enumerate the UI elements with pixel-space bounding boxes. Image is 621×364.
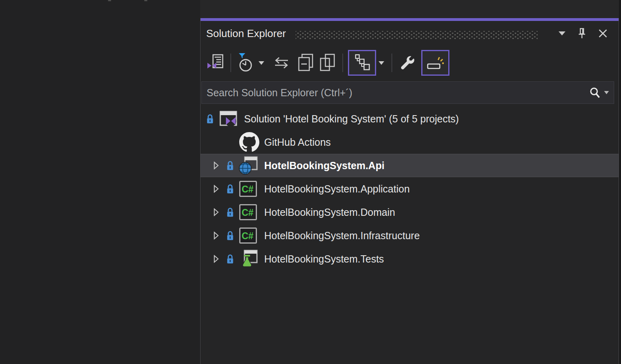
svg-text:C#: C#	[242, 231, 254, 241]
file-nesting-chevron-icon	[379, 61, 384, 65]
panel-title: Solution Explorer	[206, 27, 286, 40]
panel-top-gap	[200, 0, 619, 18]
node-icon: C#	[238, 180, 258, 197]
tree-row[interactable]: C# HotelBookingSystem.Infrastructure	[201, 224, 619, 247]
tree-row[interactable]: HotelBookingSystem.Tests	[201, 247, 619, 271]
close-icon	[598, 29, 607, 38]
show-all-files-icon	[319, 54, 336, 72]
panel-titlebar: Solution Explorer	[201, 21, 619, 46]
drag-grip[interactable]	[296, 31, 538, 39]
collapse-all-icon	[297, 54, 314, 72]
node-icon: C#	[238, 204, 258, 221]
search-options-chevron-icon	[604, 91, 609, 94]
svg-text:C#: C#	[242, 184, 254, 194]
tree-row[interactable]: HotelBookingSystem.Api	[201, 154, 619, 177]
node-icon	[238, 156, 258, 175]
lock-icon	[224, 230, 236, 241]
expand-chevron-icon[interactable]	[212, 208, 220, 216]
lock-icon	[224, 254, 236, 265]
lock-icon	[224, 160, 236, 171]
preview-selected-items-icon	[426, 54, 445, 72]
file-nesting-button[interactable]	[348, 50, 376, 76]
close-button[interactable]	[598, 29, 607, 38]
tree-row-label: HotelBookingSystem.Tests	[264, 253, 384, 265]
lock-icon	[224, 184, 236, 194]
expand-chevron-icon[interactable]	[212, 185, 220, 193]
node-icon: C#	[238, 227, 258, 244]
properties-button[interactable]	[397, 50, 417, 76]
toolbar	[201, 46, 619, 80]
svg-text:C#: C#	[242, 207, 254, 218]
file-nesting-dropdown-button[interactable]	[376, 50, 387, 76]
tree-row[interactable]: C# HotelBookingSystem.Domain	[201, 201, 619, 224]
properties-wrench-icon	[399, 54, 416, 71]
sync-with-active-document-icon	[273, 57, 290, 69]
pending-changes-filter-button[interactable]	[236, 50, 256, 76]
panel-accent-bar	[201, 18, 619, 21]
pending-changes-filter-icon	[237, 52, 255, 73]
node-icon	[238, 250, 258, 269]
screen-artifact	[144, 0, 147, 1]
tree-row-label: Solution 'Hotel Booking System' (5 of 5 …	[244, 113, 459, 125]
sync-with-active-document-button[interactable]	[271, 50, 292, 76]
tree-row[interactable]: GitHub Actions	[201, 130, 619, 154]
solution-tree: Solution 'Hotel Booking System' (5 of 5 …	[201, 107, 619, 364]
vs-home-icon	[207, 53, 224, 72]
tree-row-label: HotelBookingSystem.Infrastructure	[264, 230, 420, 242]
expand-chevron-icon[interactable]	[212, 255, 220, 263]
toolbar-separator	[391, 54, 392, 72]
screen-artifact	[108, 0, 111, 1]
tree-row-label: HotelBookingSystem.Api	[264, 160, 385, 172]
window-position-chevron-icon	[559, 31, 565, 35]
tree-row[interactable]: Solution 'Hotel Booking System' (5 of 5 …	[201, 107, 619, 130]
show-all-files-button[interactable]	[317, 50, 337, 76]
right-edge-strip	[619, 0, 621, 364]
search-icon	[589, 87, 601, 99]
tree-row-label: HotelBookingSystem.Domain	[264, 207, 395, 218]
pin-button[interactable]	[578, 28, 586, 39]
node-icon	[239, 132, 259, 152]
tree-row[interactable]: C# HotelBookingSystem.Application	[201, 177, 619, 201]
expand-chevron-icon[interactable]	[212, 161, 220, 170]
preview-selected-items-button[interactable]	[421, 50, 449, 76]
solution-explorer-panel: Solution Explorer	[200, 18, 619, 364]
filter-dropdown-button[interactable]	[256, 50, 267, 76]
filter-chevron-icon	[259, 61, 264, 65]
lock-icon	[224, 207, 236, 218]
pin-icon	[578, 28, 586, 39]
file-nesting-icon	[353, 53, 371, 72]
expand-chevron-icon[interactable]	[212, 232, 220, 240]
window-position-button[interactable]	[559, 31, 565, 35]
toolbar-separator	[342, 54, 343, 72]
toolbar-separator	[230, 54, 231, 72]
search-button[interactable]	[589, 87, 609, 99]
search-box	[201, 81, 614, 104]
lock-icon	[204, 114, 216, 124]
switch-views-button[interactable]	[205, 50, 226, 76]
tree-row-label: GitHub Actions	[264, 136, 331, 148]
desktop-background: Solution Explorer	[0, 0, 621, 364]
tree-row-label: HotelBookingSystem.Application	[264, 183, 410, 195]
collapse-all-button[interactable]	[296, 50, 316, 76]
node-icon	[219, 110, 238, 127]
search-input[interactable]	[202, 87, 589, 99]
